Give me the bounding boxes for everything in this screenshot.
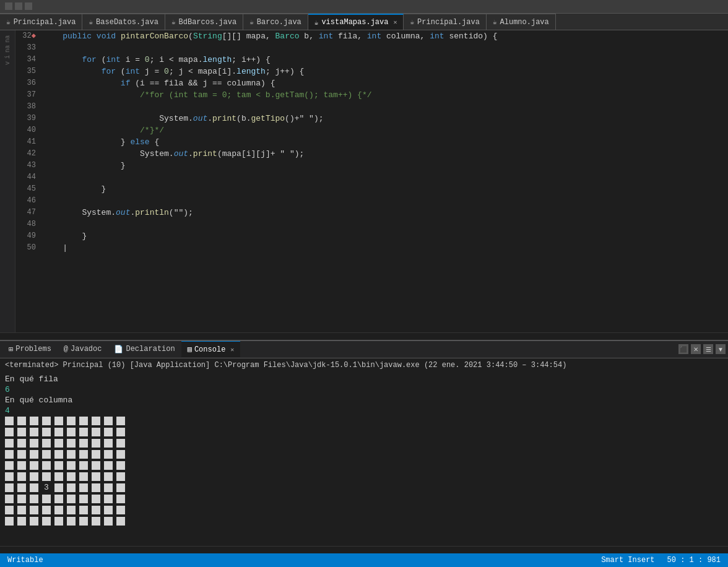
horizontal-scrollbar[interactable] [0, 332, 728, 340]
grid-cell [67, 483, 76, 492]
grid-cell [67, 450, 76, 459]
grid-cell [92, 472, 100, 481]
console-terminated: <terminated> Principal (10) [Java Applic… [5, 361, 723, 370]
tab-alumno-java[interactable]: ☕ Alumno.java [487, 14, 556, 30]
minimize-button[interactable] [5, 2, 12, 10]
grid-cell [54, 450, 63, 459]
minimize-panel-button[interactable]: ▼ [716, 344, 726, 354]
grid-cell [79, 506, 88, 514]
close-button[interactable] [25, 2, 32, 10]
line-num-38: 38 [15, 101, 43, 113]
tab-label: vistaMapas.java [321, 18, 388, 27]
code-line-36: 36 if (i == fila && j == columna) { [15, 77, 728, 89]
grid-cell [17, 450, 26, 459]
tab-problems-label: Problems [15, 345, 51, 353]
grid-cell [116, 472, 125, 481]
code-line-49: 49 } [15, 230, 728, 242]
grid-cell [30, 495, 38, 503]
code-text-50: | [43, 242, 67, 254]
grid-cell [67, 417, 76, 425]
tab-bdbarcos-java[interactable]: ☕ BdBarcos.java [165, 14, 243, 30]
menu-button[interactable]: ☰ [703, 344, 713, 354]
tab-problems[interactable]: ⊞ Problems [2, 341, 58, 357]
grid-cell [116, 417, 125, 425]
console-line2: 6 [5, 385, 723, 394]
maximize-button[interactable] [15, 2, 22, 10]
sidebar-label-i: i [4, 55, 11, 59]
line-num-35: 35 [15, 66, 43, 77]
line-num-43: 43 [15, 160, 43, 171]
tab-console-label: Console [194, 345, 225, 354]
grid-cell [92, 506, 100, 514]
java-icon: ☕ [171, 18, 176, 26]
grid-cell [17, 428, 26, 436]
tab-barco-java[interactable]: ☕ Barco.java [243, 14, 308, 30]
grid-cell [5, 417, 14, 425]
tab-javadoc[interactable]: @ Javadoc [58, 341, 108, 357]
console-close-icon[interactable]: ✕ [230, 346, 234, 353]
grid-cell [104, 472, 113, 481]
tab-principal-java-2[interactable]: ☕ Principal.java [404, 14, 486, 30]
grid-cell [104, 450, 113, 459]
tab-declaration-label: Declaration [126, 345, 175, 353]
grid-cell [67, 472, 76, 481]
grid-cell [54, 483, 63, 492]
tab-console[interactable]: ▤ Console ✕ [181, 341, 241, 357]
grid-cell [42, 461, 51, 470]
tab-close-icon[interactable]: ✕ [393, 19, 397, 26]
bottom-tab-actions: ⬛ ✕ ☰ ▼ [678, 344, 726, 354]
grid-cell [116, 517, 125, 526]
code-text-42: System.out.print(mapa[i][j]+ " "); [43, 148, 304, 160]
close-console-button[interactable]: ✕ [691, 344, 701, 354]
grid-cell [92, 483, 100, 492]
grid-cell [67, 428, 76, 436]
grid-cell [54, 417, 63, 425]
console-line1: En qué fila [5, 373, 723, 385]
grid-cell [79, 517, 88, 526]
bottom-scrollbar[interactable] [0, 546, 728, 553]
grid-row [5, 460, 723, 471]
line-num-34: 34 [15, 54, 43, 66]
grid-cell [42, 428, 51, 436]
grid-cell [54, 439, 63, 448]
grid-cell [5, 517, 14, 526]
java-icon: ☕ [6, 18, 11, 26]
line-num-36: 36 [15, 77, 43, 89]
grid-cell [116, 439, 125, 448]
grid-row [5, 415, 723, 426]
code-text-41: } else { [43, 136, 159, 148]
code-editor[interactable]: 32◆ public void pintarConBarco(String[][… [15, 30, 728, 332]
code-line-37: 37 /*for (int tam = 0; tam < b.getTam();… [15, 89, 728, 101]
grid-cell [30, 461, 38, 470]
code-text-39: System.out.print(b.getTipo()+" "); [43, 113, 324, 124]
tab-javadoc-label: Javadoc [71, 345, 102, 353]
tab-principal-java-1[interactable]: ☕ Principal.java [0, 14, 82, 30]
grid-cell [5, 450, 14, 459]
tab-vistamapas-java[interactable]: ☕ vistaMapas.java ✕ [308, 14, 404, 30]
line-num-32: 32◆ [15, 30, 43, 42]
grid-cell [116, 495, 125, 503]
tab-label: Alumno.java [500, 18, 549, 27]
grid-cell [116, 450, 125, 459]
tab-declaration[interactable]: 📄 Declaration [108, 341, 181, 357]
tab-label: BdBarcos.java [179, 18, 237, 27]
tab-label: Principal.java [417, 18, 480, 27]
grid-cell [17, 472, 26, 481]
grid-cell [92, 417, 100, 425]
sidebar-label-na2: na [4, 45, 11, 53]
sidebar-label-v: v [4, 61, 11, 65]
line-num-50: 50 [15, 242, 43, 254]
grid-cell [92, 428, 100, 436]
grid-cell [30, 428, 38, 436]
code-text-43: } [43, 160, 126, 171]
tab-basedatos-java[interactable]: ☕ BaseDatos.java [82, 14, 165, 30]
console-icon: ▤ [188, 345, 192, 354]
grid-cell [54, 506, 63, 514]
grid-cell [79, 450, 88, 459]
grid-row [5, 516, 723, 527]
code-line-42: 42 System.out.print(mapa[i][j]+ " "); [15, 148, 728, 160]
grid-cell [104, 506, 113, 514]
stop-button[interactable]: ⬛ [678, 344, 688, 354]
grid-cell [42, 450, 51, 459]
grid-cell [104, 461, 113, 470]
